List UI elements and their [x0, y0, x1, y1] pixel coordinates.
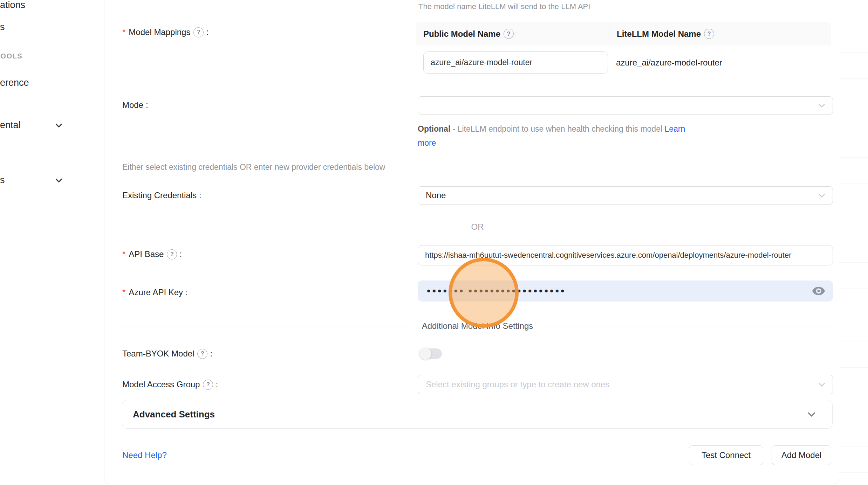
advanced-settings-label: Advanced Settings — [133, 409, 215, 420]
chevron-down-icon — [817, 191, 826, 200]
public-model-name-input[interactable]: azure_ai/azure-model-router — [423, 51, 608, 74]
add-model-button[interactable]: Add Model — [772, 445, 831, 465]
sidebar: ations s TOOLS erence ental s — [0, 0, 104, 485]
chevron-down-icon — [806, 409, 817, 420]
mode-hint: Optional - LiteLLM endpoint to use when … — [418, 122, 703, 150]
label-colon: : — [179, 249, 182, 259]
azure-api-key-label: * Azure API Key : — [122, 287, 188, 298]
header-separator — [609, 27, 609, 41]
or-divider: OR — [122, 222, 833, 232]
existing-credentials-value: None — [426, 190, 446, 200]
label-colon: : — [146, 100, 148, 110]
label-colon: : — [210, 349, 212, 359]
model-access-group-label-text: Model Access Group — [122, 380, 200, 389]
mode-select[interactable] — [418, 96, 833, 115]
mode-label-text: Mode — [122, 100, 143, 110]
chevron-down-icon[interactable] — [54, 121, 63, 130]
public-model-name-header-text: Public Model Name — [423, 29, 500, 39]
sidebar-item-3[interactable]: erence — [0, 77, 29, 88]
advanced-settings-panel[interactable]: Advanced Settings — [122, 400, 833, 429]
eye-icon[interactable] — [812, 286, 825, 296]
divider-line — [122, 326, 413, 326]
litellm-model-name-value: azure_ai/azure-model-router — [616, 51, 722, 74]
help-icon[interactable]: ? — [203, 380, 213, 390]
label-colon: : — [216, 380, 218, 389]
add-model-page: ations s TOOLS erence ental s The model … — [0, 0, 868, 485]
sidebar-item-4[interactable]: ental — [0, 119, 21, 131]
team-byok-toggle[interactable] — [419, 348, 442, 359]
additional-settings-divider-text: Additional Model Info Settings — [422, 321, 533, 331]
label-colon: : — [199, 190, 201, 200]
sidebar-section-tools: TOOLS — [0, 52, 22, 60]
public-model-name-header: Public Model Name ? — [416, 29, 609, 39]
model-mappings-table-header: Public Model Name ? LiteLLM Model Name ? — [416, 22, 831, 46]
model-access-group-placeholder: Select existing groups or type to create… — [426, 380, 609, 389]
divider-line — [122, 227, 462, 227]
model-mappings-label: * Model Mappings ? : — [122, 27, 209, 38]
mode-hint-text: - LiteLLM endpoint to use when health ch… — [450, 124, 664, 133]
required-asterisk: * — [122, 27, 125, 37]
model-mappings-label-text: Model Mappings — [129, 27, 190, 37]
sidebar-item-5[interactable]: s — [0, 174, 5, 186]
divider-line — [542, 326, 833, 326]
background-table-lines-right — [839, 0, 868, 485]
help-icon[interactable]: ? — [504, 29, 514, 39]
chevron-down-icon — [817, 101, 826, 110]
masked-password-dots: ••••••• — [427, 286, 465, 296]
masked-password-dots: •••••••••••••••••• — [469, 286, 566, 296]
mode-label: Mode : — [122, 99, 148, 111]
chevron-down-icon — [817, 380, 826, 389]
existing-credentials-select[interactable]: None — [418, 186, 833, 205]
sidebar-item-1[interactable]: s — [0, 21, 5, 33]
credentials-note: Either select existing credentials OR en… — [122, 162, 385, 172]
mode-hint-optional: Optional — [418, 124, 450, 133]
litellm-model-name-header-text: LiteLLM Model Name — [617, 29, 701, 39]
need-help-link[interactable]: Need Help? — [122, 450, 167, 460]
api-base-label-text: API Base — [129, 249, 164, 259]
team-byok-label: Team-BYOK Model ? : — [122, 348, 212, 359]
toggle-knob — [419, 348, 431, 360]
existing-credentials-label-text: Existing Credentials — [122, 190, 197, 200]
existing-credentials-label: Existing Credentials : — [122, 190, 201, 201]
label-colon: : — [185, 287, 188, 297]
additional-settings-divider: Additional Model Info Settings — [122, 321, 833, 331]
test-connect-button[interactable]: Test Connect — [689, 445, 763, 465]
divider-line — [493, 227, 833, 227]
chevron-down-icon[interactable] — [54, 176, 63, 185]
help-icon[interactable]: ? — [197, 349, 207, 359]
api-base-input[interactable]: https://ishaa-mh6uutut-swedencentral.cog… — [418, 245, 833, 265]
azure-api-key-label-text: Azure API Key — [129, 287, 183, 297]
model-access-group-select[interactable]: Select existing groups or type to create… — [418, 375, 833, 394]
or-divider-text: OR — [471, 222, 484, 232]
help-icon[interactable]: ? — [167, 249, 177, 259]
model-name-hint: The model name LiteLLM will send to the … — [418, 2, 590, 11]
azure-api-key-input[interactable]: ••••••• •••••••••••••••••• — [418, 280, 833, 302]
sidebar-item-0[interactable]: ations — [0, 0, 25, 11]
team-byok-label-text: Team-BYOK Model — [122, 349, 194, 359]
help-icon[interactable]: ? — [193, 27, 204, 37]
required-asterisk: * — [122, 249, 125, 259]
required-asterisk: * — [122, 287, 125, 297]
label-colon: : — [206, 27, 209, 37]
help-icon[interactable]: ? — [704, 29, 714, 39]
litellm-model-name-header: LiteLLM Model Name ? — [609, 29, 714, 39]
model-access-group-label: Model Access Group ? : — [122, 379, 218, 390]
api-base-label: * API Base ? : — [122, 249, 182, 260]
